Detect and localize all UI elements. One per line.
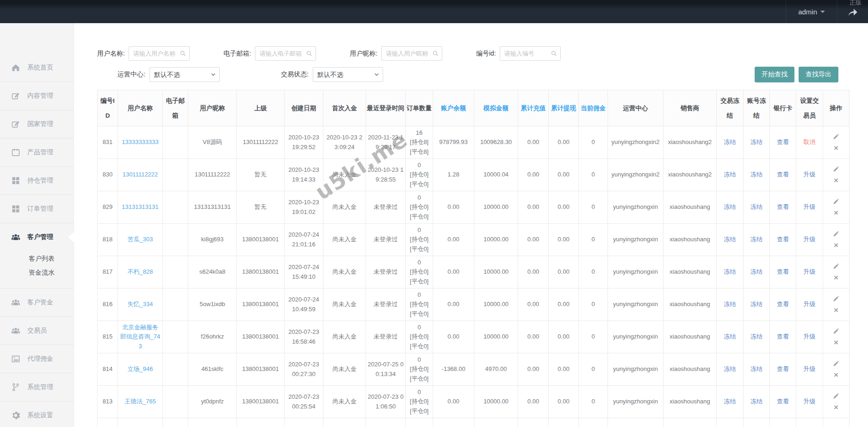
total-withdraw: 0.00	[549, 386, 579, 418]
set-trader-link[interactable]: 升级	[804, 268, 816, 275]
row-actions: ×	[823, 159, 849, 191]
trade-freeze-link[interactable]: 冻结	[724, 236, 736, 243]
set-trader-link[interactable]: 升级	[804, 301, 816, 308]
select-label: 运营中心:	[118, 70, 145, 79]
pencil-icon	[833, 327, 840, 334]
account-freeze-link[interactable]: 冻结	[750, 333, 763, 340]
edit-row-button[interactable]	[833, 392, 840, 402]
username-link[interactable]: 北京金融服务部信息咨询_743	[120, 324, 161, 349]
delete-row-button[interactable]: ×	[834, 144, 838, 152]
set-trader-link[interactable]: 升级	[804, 203, 816, 210]
delete-row-button[interactable]: ×	[834, 403, 838, 411]
bank-card-link[interactable]: 查看	[777, 268, 789, 275]
bank-card-link[interactable]: 查看	[777, 301, 789, 308]
order-count: 0[持仓0][平仓0]	[406, 256, 433, 289]
delete-row-button[interactable]: ×	[834, 209, 838, 217]
username-link[interactable]: 苦瓜_303	[128, 236, 153, 243]
username-link[interactable]: 失忆_334	[128, 301, 153, 308]
bank-card-link[interactable]: 查看	[777, 171, 789, 178]
set-trader-link[interactable]: 升级	[804, 236, 816, 243]
delete-row-button[interactable]: ×	[834, 241, 838, 249]
sidebar-item[interactable]: 代理佣金	[0, 345, 74, 373]
trade-freeze-link[interactable]: 冻结	[724, 301, 736, 308]
edit-row-button[interactable]	[833, 165, 840, 175]
edit-row-button[interactable]	[833, 133, 840, 143]
account-freeze-link[interactable]: 冻结	[750, 301, 763, 308]
edit-row-button[interactable]	[833, 327, 840, 337]
trade-status-select[interactable]: 默认不选	[313, 67, 383, 82]
trade-freeze-link[interactable]: 冻结	[724, 333, 736, 340]
trade-freeze-link[interactable]: 冻结	[724, 203, 736, 210]
created-date: 2020-07-23 00:25:54	[285, 386, 323, 418]
username-link[interactable]: 13011112222	[123, 171, 158, 178]
sidebar-subitem[interactable]: 客户列表	[0, 252, 74, 266]
account-freeze-link[interactable]: 冻结	[750, 203, 763, 210]
edit-row-button[interactable]	[833, 198, 840, 207]
pencil-icon	[833, 295, 840, 302]
sidebar-item[interactable]: 交易员	[0, 317, 74, 345]
sidebar-item[interactable]: 客户管理	[0, 223, 74, 251]
edit-row-button[interactable]	[833, 230, 840, 240]
column-header: 创建日期	[285, 90, 323, 126]
id-search-input[interactable]	[500, 46, 561, 61]
sidebar-item[interactable]: 客户资金	[0, 289, 74, 316]
delete-row-button[interactable]: ×	[834, 274, 838, 282]
bank-card-link[interactable]: 查看	[777, 365, 789, 372]
username-link[interactable]: 立场_946	[128, 365, 153, 372]
delete-row-button[interactable]: ×	[834, 371, 838, 379]
bank-card-link[interactable]: 查看	[777, 398, 789, 405]
sidebar-item[interactable]: 订单管理	[0, 195, 74, 223]
account-freeze-link[interactable]: 冻结	[750, 236, 763, 243]
op-center-select[interactable]: 默认不选	[149, 67, 220, 82]
bank-card-link[interactable]: 查看	[777, 203, 789, 210]
set-trader-link[interactable]: 升级	[804, 398, 816, 405]
sidebar-subitem[interactable]: 资金流水	[0, 266, 74, 280]
sidebar-item[interactable]: 持仓管理	[0, 167, 74, 195]
bank-card-link[interactable]: 查看	[777, 333, 789, 340]
admin-app: 正版 admin 系统首页内容管理国家管理产品管理持仓管理订单管理客户管理客户列…	[0, 0, 868, 427]
delete-row-button[interactable]: ×	[834, 176, 838, 184]
start-search-button[interactable]: 开始查找	[755, 67, 794, 82]
account-freeze-link[interactable]: 冻结	[750, 171, 763, 178]
set-trader-link[interactable]: 升级	[804, 171, 816, 178]
account-freeze-link[interactable]: 冻结	[750, 138, 763, 145]
delete-row-button[interactable]: ×	[834, 306, 838, 314]
sidebar-item[interactable]: 系统首页	[0, 54, 74, 82]
username-link[interactable]: 13333333333	[122, 138, 159, 145]
bank-card-link[interactable]: 查看	[777, 138, 789, 145]
first-deposit: 尚未入金	[323, 191, 366, 224]
bank-card-link[interactable]: 查看	[777, 236, 789, 243]
user-menu-dropdown[interactable]: admin	[786, 0, 837, 23]
sidebar-item[interactable]: 产品管理	[0, 138, 74, 166]
email	[163, 321, 188, 353]
account-freeze-link[interactable]: 冻结	[750, 268, 763, 275]
username-link[interactable]: 不朽_828	[128, 268, 153, 275]
customer-table: 编号ID用户名称电子邮箱用户昵称上级创建日期首次入金最近登录时间订单数量账户余额…	[97, 90, 849, 427]
username-link[interactable]: 王德法_765	[124, 398, 156, 405]
edit-row-button[interactable]	[833, 360, 840, 370]
account-freeze-link[interactable]: 冻结	[750, 365, 763, 372]
account-freeze-link[interactable]: 冻结	[750, 398, 763, 405]
search-export-button[interactable]: 查找导出	[799, 67, 838, 82]
sim-amount: 10000.00	[474, 256, 518, 289]
delete-row-button[interactable]: ×	[834, 339, 838, 346]
trade-freeze-link[interactable]: 冻结	[724, 365, 736, 372]
sidebar-item[interactable]: 系统管理	[0, 373, 74, 401]
trade-freeze-link[interactable]: 冻结	[724, 398, 736, 405]
set-trader-link[interactable]: 升级	[804, 365, 816, 372]
trade-freeze-link[interactable]: 冻结	[724, 138, 736, 145]
trade-freeze-link[interactable]: 冻结	[724, 171, 736, 178]
set-trader-link[interactable]: 升级	[804, 333, 816, 340]
edit-row-button[interactable]	[833, 263, 840, 272]
sidebar-item[interactable]: 系统设置	[0, 402, 74, 427]
sidebar-item[interactable]: 内容管理	[0, 82, 74, 110]
edit-row-button[interactable]	[833, 295, 840, 305]
nickname-search-input[interactable]	[381, 46, 442, 61]
set-trader-link[interactable]: 取消	[804, 138, 816, 145]
sidebar-section: 系统管理	[0, 373, 74, 402]
trade-freeze-link[interactable]: 冻结	[724, 268, 736, 275]
email-search-input[interactable]	[255, 46, 316, 61]
username-link[interactable]: 13131313131	[122, 203, 159, 210]
sidebar-item[interactable]: 国家管理	[0, 110, 74, 138]
username-search-input[interactable]	[129, 46, 190, 61]
